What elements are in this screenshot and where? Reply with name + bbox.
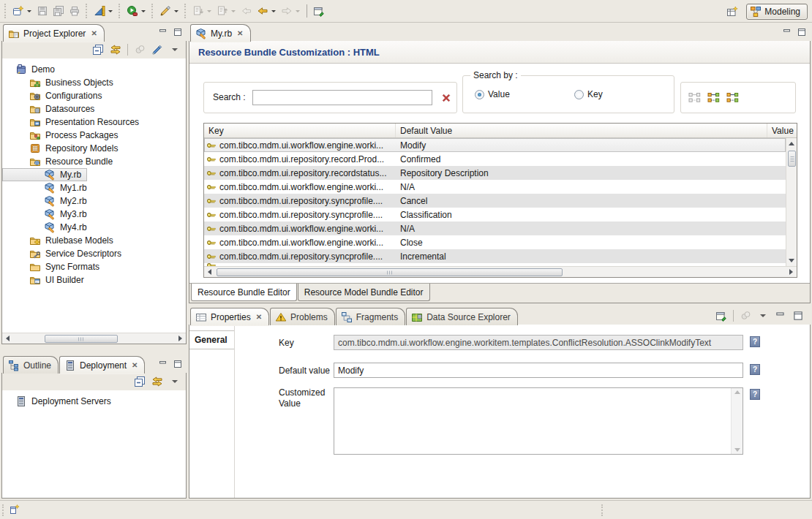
table-row[interactable]: com.tibco.mdm.ui.repository.recordstatus… — [204, 166, 786, 180]
design-dropdown-icon[interactable] — [108, 10, 113, 12]
view-menu-button[interactable] — [168, 375, 182, 388]
next-annotation-dropdown-icon[interactable] — [207, 10, 211, 12]
table-hscrollbar[interactable] — [204, 266, 797, 277]
tree-item-my4-rb[interactable]: My4.rb — [2, 221, 186, 234]
help-icon[interactable]: ? — [750, 389, 760, 400]
help-icon[interactable]: ? — [750, 364, 760, 375]
radio-option-key[interactable]: Key — [574, 89, 603, 99]
key-field[interactable] — [334, 335, 743, 350]
radio-value[interactable] — [475, 90, 484, 99]
table-row[interactable]: com.tibco.mdm.ui.repository.record.Prod.… — [204, 152, 786, 166]
close-icon[interactable]: ✕ — [256, 314, 262, 321]
link-editor-button[interactable] — [150, 375, 165, 388]
tree-item-ui-builder[interactable]: UI Builder — [2, 273, 186, 287]
link-editor-button[interactable] — [108, 43, 123, 56]
editor-page-tab-resource-model-bundle-editor[interactable]: Resource Model Bundle Editor — [298, 284, 430, 301]
view-tab-deployment[interactable]: Deployment✕ — [59, 356, 145, 374]
view-menu-button[interactable] — [756, 309, 770, 322]
scroll-right-button[interactable] — [175, 334, 186, 344]
view-tab-properties[interactable]: Properties✕ — [190, 308, 269, 325]
search-input[interactable] — [252, 90, 432, 105]
section-tab-general[interactable]: General — [189, 330, 234, 349]
tree-item-resource-bundle[interactable]: Resource Bundle — [2, 155, 186, 168]
maximize-button[interactable] — [171, 26, 184, 37]
radio-key[interactable] — [574, 90, 584, 99]
help-icon[interactable]: ? — [750, 336, 760, 347]
table-row[interactable]: com.tibco.mdm.ui.workflow.engine.worki..… — [204, 235, 786, 249]
close-icon[interactable]: ✕ — [237, 30, 243, 37]
column-header-key[interactable]: Key — [204, 124, 396, 137]
pin-editor-button[interactable] — [311, 3, 327, 19]
modeling-perspective-button[interactable]: Modeling — [746, 4, 808, 20]
table-row[interactable]: com.tibco.mdm.ui.workflow.engine.worki..… — [204, 138, 786, 152]
table-row[interactable]: com.tibco.mdm.ui.workflow.engine.worki..… — [204, 221, 786, 235]
maximize-button[interactable] — [171, 358, 184, 369]
maximize-button[interactable] — [795, 26, 808, 37]
mapping-2-icon[interactable] — [726, 91, 739, 104]
last-edit-location-button[interactable] — [238, 3, 255, 19]
save-button[interactable] — [34, 3, 50, 19]
tab-project-explorer[interactable]: Project Explorer ✕ — [3, 24, 105, 42]
scroll-left-button[interactable] — [204, 268, 215, 277]
pin-view-button[interactable] — [714, 309, 729, 322]
tree-item-my-rb[interactable]: My.rb — [2, 168, 87, 181]
tree-item-deployment-servers[interactable]: Deployment Servers — [2, 395, 186, 408]
new-wizard-dropdown-icon[interactable] — [27, 10, 31, 12]
table-row[interactable]: com.tibco.mdm.ui.repository.syncprofile.… — [204, 208, 786, 221]
back-button[interactable] — [255, 3, 271, 19]
minimize-button[interactable] — [157, 358, 169, 369]
project-explorer-hscrollbar[interactable] — [2, 333, 186, 344]
focus-disabled-button[interactable] — [132, 43, 147, 56]
fast-view-icon[interactable] — [9, 504, 20, 515]
minimize-button[interactable] — [781, 26, 793, 37]
tree-item-configurations[interactable]: Configurations — [2, 89, 186, 102]
next-annotation-button[interactable] — [190, 3, 206, 19]
tree-item-repository-models[interactable]: Repository Models — [2, 142, 186, 155]
prev-annotation-dropdown-icon[interactable] — [231, 10, 236, 12]
table-vscrollbar[interactable] — [786, 138, 797, 266]
tab-my-rb-editor[interactable]: My.rb ✕ — [190, 24, 251, 42]
scroll-right-button[interactable] — [786, 268, 797, 277]
clear-search-icon[interactable] — [440, 91, 452, 104]
tree-item-process-packages[interactable]: Process Packages — [2, 129, 186, 142]
table-row[interactable]: com.tibco.mdm.ui.repository.syncprofile.… — [204, 194, 786, 208]
mapping-1-icon[interactable] — [707, 91, 720, 104]
tree-item-my3-rb[interactable]: My3.rb — [2, 208, 186, 221]
scrollbar-thumb[interactable] — [45, 335, 118, 343]
scrollbar-thumb[interactable] — [217, 268, 563, 276]
view-menu-button[interactable] — [168, 43, 182, 56]
tree-item-my1-rb[interactable]: My1.rb — [2, 181, 186, 194]
maximize-button[interactable] — [791, 309, 805, 322]
forward-button[interactable] — [279, 3, 295, 19]
customize-pen-button[interactable] — [150, 43, 165, 56]
pen-dropdown-icon[interactable] — [174, 10, 178, 12]
back-dropdown-icon[interactable] — [271, 10, 276, 12]
column-header-default-value[interactable]: Default Value — [396, 124, 767, 137]
table-header[interactable]: KeyDefault ValueValue — [204, 124, 797, 138]
view-tab-fragments[interactable]: Fragments — [336, 308, 405, 325]
scroll-down-button[interactable] — [786, 255, 797, 266]
tree-item-sync-formats[interactable]: Sync Formats — [2, 260, 186, 273]
tree-item-presentation-resources[interactable]: Presentation Resources — [2, 115, 186, 129]
editor-page-tab-resource-bundle-editor[interactable]: Resource Bundle Editor — [191, 284, 297, 301]
print-button[interactable] — [67, 3, 83, 19]
textarea-vscrollbar[interactable] — [731, 388, 743, 454]
minimize-button[interactable] — [157, 26, 169, 37]
scrollbar-thumb[interactable] — [788, 151, 796, 167]
focus-disabled-button[interactable] — [738, 309, 753, 322]
scroll-up-button[interactable] — [786, 138, 797, 149]
run-button[interactable] — [124, 3, 140, 19]
tree-item-rulebase-models[interactable]: Rulebase Models — [2, 234, 186, 247]
column-header-value[interactable]: Value — [767, 124, 797, 137]
scroll-left-button[interactable] — [2, 334, 13, 344]
radio-option-value[interactable]: Value — [475, 89, 510, 99]
forward-dropdown-icon[interactable] — [296, 10, 300, 12]
mapping-gray-icon[interactable] — [688, 91, 701, 104]
table-row[interactable]: com.tibco.mdm.ui.repository.syncprofile.… — [204, 249, 786, 263]
view-tab-outline[interactable]: Outline — [3, 356, 59, 374]
collapse-all-button[interactable] — [132, 375, 147, 388]
tree-item-business-objects[interactable]: Business Objects — [2, 76, 186, 89]
close-icon[interactable]: ✕ — [132, 362, 138, 369]
save-all-button[interactable] — [50, 3, 67, 19]
new-wizard-button[interactable] — [10, 3, 26, 19]
